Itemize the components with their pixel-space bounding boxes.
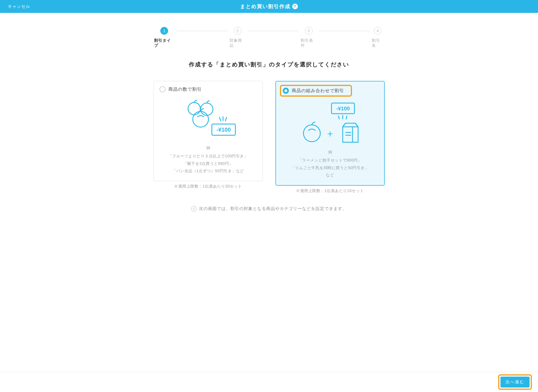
- radio-quantity[interactable]: [159, 86, 166, 92]
- option-quantity-illustration: -¥100: [159, 95, 257, 144]
- option-quantity-card[interactable]: 商品の数で割引: [154, 81, 263, 181]
- option-quantity-title: 商品の数で割引: [168, 87, 202, 92]
- help-icon[interactable]: ?: [292, 4, 298, 9]
- example-line: など: [282, 171, 379, 179]
- price-tag-text: -¥100: [336, 106, 350, 111]
- option-quantity-header: 商品の数で割引: [159, 86, 257, 92]
- limit-text-quantity: ※適用上限数：1伝票あたり30セット: [174, 184, 242, 189]
- option-combination-header: 商品の組み合わせで割引: [282, 87, 379, 97]
- limit-text-combination: ※適用上限数：1伝票あたり10セット: [296, 188, 364, 193]
- option-combination-wrap: 商品の組み合わせで割引: [275, 81, 385, 193]
- options-container: 商品の数で割引: [143, 81, 395, 193]
- step-circle-2: 2: [234, 27, 242, 35]
- step-label-1: 割引タイプ: [154, 38, 175, 48]
- svg-line-12: [343, 123, 345, 127]
- header: キャンセル まとめ買い割引作成 ?: [0, 0, 538, 13]
- step-circle-4: 4: [374, 27, 382, 35]
- step-2: 2 対象商品: [229, 27, 246, 48]
- option-combination-card[interactable]: 商品の組み合わせで割引: [275, 81, 385, 186]
- example-line: 「パン全品（1点ずつ）50円引き」など: [159, 167, 257, 175]
- info-icon: i: [191, 206, 197, 212]
- svg-line-13: [355, 123, 358, 127]
- option-combination-illustration: -¥100 ＋: [282, 99, 379, 148]
- example-line: 「りんごと牛乳を同時に買うと50円引き」: [282, 164, 379, 172]
- example-line: 「ラーメンと餃子セットで800円」: [282, 157, 379, 164]
- info-row: i 次の画面では、割引の対象となる商品やカテゴリーなどを設定できます。: [0, 206, 538, 212]
- option-combination-title: 商品の組み合わせで割引: [292, 88, 344, 94]
- example-line: 「靴下を3点買うと990円」: [159, 160, 257, 167]
- cancel-button[interactable]: キャンセル: [8, 4, 30, 9]
- info-text: 次の画面では、割引の対象となる商品やカテゴリーなどを設定できます。: [199, 206, 347, 211]
- svg-point-11: [303, 125, 320, 142]
- step-4: 4 割引名: [372, 27, 384, 48]
- svg-point-2: [193, 111, 208, 127]
- instruction-text: 作成する「まとめ買い割引」のタイプを選択してください: [0, 61, 538, 68]
- option-quantity-wrap: 商品の数で割引: [154, 81, 263, 193]
- step-circle-3: 3: [305, 27, 313, 35]
- step-line: [177, 31, 227, 31]
- price-tag-text: -¥100: [216, 127, 231, 133]
- step-3: 3 割引条件: [301, 27, 317, 48]
- step-line: [319, 31, 370, 31]
- step-label-2: 対象商品: [229, 38, 246, 48]
- step-label-4: 割引名: [372, 38, 384, 48]
- step-line: [248, 31, 298, 31]
- svg-point-0: [188, 102, 200, 115]
- example-label: 例: [159, 146, 257, 151]
- svg-line-8: [338, 116, 339, 119]
- example-text-combination: 「ラーメンと餃子セットで800円」 「りんごと牛乳を同時に買うと50円引き」 な…: [282, 157, 379, 179]
- radio-combination[interactable]: [283, 88, 289, 94]
- example-line: 「フルーツよりどり３点以上で100円引き」: [159, 152, 257, 160]
- svg-line-10: [346, 116, 347, 119]
- step-1: 1 割引タイプ: [154, 27, 175, 48]
- stepper: 1 割引タイプ 2 対象商品 3 割引条件 4 割引名: [143, 27, 395, 48]
- example-label: 例: [282, 150, 379, 155]
- step-circle-1: 1: [160, 27, 168, 35]
- title-text: まとめ買い割引作成: [240, 3, 291, 10]
- svg-line-5: [225, 117, 227, 121]
- highlight-annotation: 商品の組み合わせで割引: [280, 85, 352, 97]
- example-text-quantity: 「フルーツよりどり３点以上で100円引き」 「靴下を3点買うと990円」 「パン…: [159, 152, 257, 175]
- svg-line-3: [219, 117, 221, 121]
- plus-icon: ＋: [325, 128, 335, 139]
- step-label-3: 割引条件: [301, 38, 317, 48]
- page-title: まとめ買い割引作成 ?: [240, 3, 298, 10]
